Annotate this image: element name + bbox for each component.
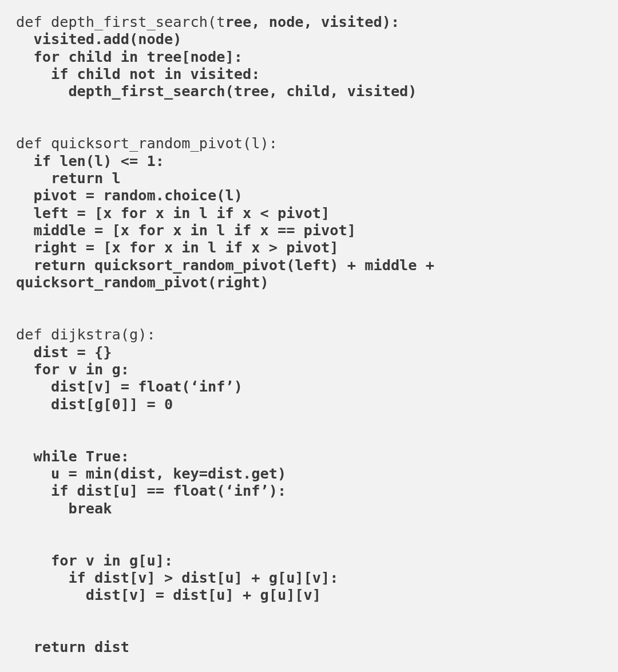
dfs-body: visited.add(node) for child in tree[node… xyxy=(16,31,417,100)
dfs-def-suffix: ree, node, visited): xyxy=(225,14,400,30)
dfs-def-prefix: def depth_first_search(t xyxy=(16,14,225,30)
code-block: def depth_first_search(tree, node, visit… xyxy=(0,0,618,670)
dijkstra-body-1: dist = {} for v in g: dist[v] = float(‘i… xyxy=(16,344,243,413)
dijkstra-body-2: while True: u = min(dist, key=dist.get) … xyxy=(16,448,286,517)
qsort-body: if len(l) <= 1: return l pivot = random.… xyxy=(16,153,434,291)
dijkstra-body-3: for v in g[u]: if dist[v] > dist[u] + g[… xyxy=(16,552,339,604)
dijkstra-body-4: return dist xyxy=(16,639,129,655)
qsort-def: def quicksort_random_pivot(l): xyxy=(16,135,278,152)
dijkstra-def: def dijkstra(g): xyxy=(16,326,156,343)
